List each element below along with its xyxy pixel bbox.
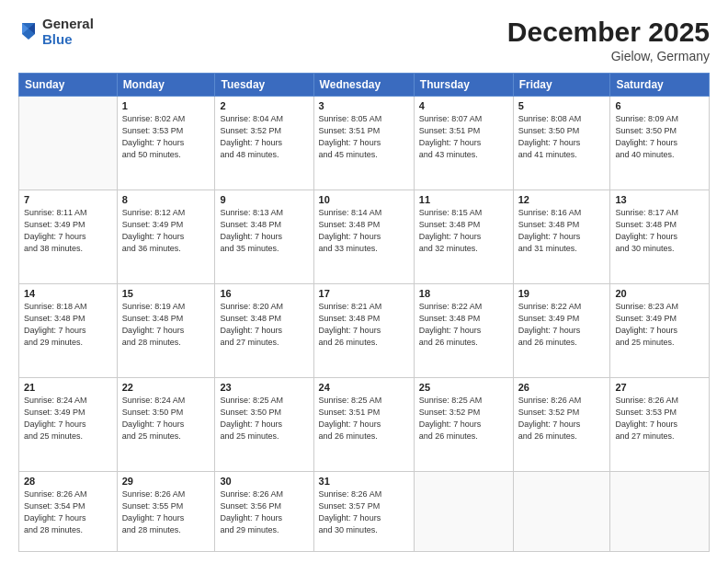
day-info: Sunrise: 8:05 AM Sunset: 3:51 PM Dayligh… <box>319 113 409 161</box>
day-cell: 29Sunrise: 8:26 AM Sunset: 3:55 PM Dayli… <box>117 471 215 551</box>
day-number: 23 <box>220 382 308 393</box>
day-number: 20 <box>615 288 704 299</box>
day-cell: 21Sunrise: 8:24 AM Sunset: 3:49 PM Dayli… <box>19 377 118 471</box>
header: General Blue December 2025 Gielow, Germa… <box>18 17 710 63</box>
day-cell: 19Sunrise: 8:22 AM Sunset: 3:49 PM Dayli… <box>513 283 610 377</box>
day-number: 15 <box>122 288 210 299</box>
col-header-thursday: Thursday <box>414 74 513 97</box>
day-info: Sunrise: 8:13 AM Sunset: 3:48 PM Dayligh… <box>220 207 308 255</box>
day-cell: 11Sunrise: 8:15 AM Sunset: 3:48 PM Dayli… <box>414 190 513 283</box>
day-number: 14 <box>24 288 112 299</box>
title-block: December 2025 Gielow, Germany <box>507 17 710 63</box>
day-cell: 27Sunrise: 8:26 AM Sunset: 3:53 PM Dayli… <box>610 377 710 471</box>
day-number: 18 <box>419 288 508 299</box>
day-number: 8 <box>122 194 210 205</box>
day-info: Sunrise: 8:12 AM Sunset: 3:49 PM Dayligh… <box>122 207 210 255</box>
logo-general-text: General <box>42 17 94 32</box>
day-number: 19 <box>518 288 606 299</box>
day-info: Sunrise: 8:14 AM Sunset: 3:48 PM Dayligh… <box>319 207 409 255</box>
day-cell: 26Sunrise: 8:26 AM Sunset: 3:52 PM Dayli… <box>513 377 610 471</box>
logo: General Blue <box>18 17 94 47</box>
day-info: Sunrise: 8:15 AM Sunset: 3:48 PM Dayligh… <box>419 207 508 255</box>
col-header-sunday: Sunday <box>19 74 118 97</box>
day-number: 13 <box>615 194 704 205</box>
day-info: Sunrise: 8:22 AM Sunset: 3:49 PM Dayligh… <box>518 301 606 349</box>
day-info: Sunrise: 8:02 AM Sunset: 3:53 PM Dayligh… <box>122 113 210 161</box>
day-cell: 24Sunrise: 8:25 AM Sunset: 3:51 PM Dayli… <box>313 377 414 471</box>
day-number: 12 <box>518 194 606 205</box>
day-info: Sunrise: 8:25 AM Sunset: 3:50 PM Dayligh… <box>220 395 308 442</box>
day-number: 6 <box>615 100 704 111</box>
day-number: 1 <box>122 100 210 111</box>
week-row-2: 7Sunrise: 8:11 AM Sunset: 3:49 PM Daylig… <box>19 190 710 283</box>
day-cell: 9Sunrise: 8:13 AM Sunset: 3:48 PM Daylig… <box>215 190 313 283</box>
logo-blue-text: Blue <box>42 32 94 48</box>
day-cell: 31Sunrise: 8:26 AM Sunset: 3:57 PM Dayli… <box>313 471 414 551</box>
col-header-saturday: Saturday <box>610 74 710 97</box>
day-cell: 14Sunrise: 8:18 AM Sunset: 3:48 PM Dayli… <box>19 283 118 377</box>
day-number: 2 <box>220 100 308 111</box>
day-cell: 8Sunrise: 8:12 AM Sunset: 3:49 PM Daylig… <box>117 190 215 283</box>
day-info: Sunrise: 8:11 AM Sunset: 3:49 PM Dayligh… <box>24 207 112 255</box>
day-info: Sunrise: 8:26 AM Sunset: 3:55 PM Dayligh… <box>122 488 210 536</box>
day-number: 31 <box>319 476 409 487</box>
col-header-wednesday: Wednesday <box>313 74 414 97</box>
day-info: Sunrise: 8:19 AM Sunset: 3:48 PM Dayligh… <box>122 301 210 349</box>
day-cell: 17Sunrise: 8:21 AM Sunset: 3:48 PM Dayli… <box>313 283 414 377</box>
day-cell: 6Sunrise: 8:09 AM Sunset: 3:50 PM Daylig… <box>610 97 710 190</box>
day-cell: 16Sunrise: 8:20 AM Sunset: 3:48 PM Dayli… <box>215 283 313 377</box>
header-row: SundayMondayTuesdayWednesdayThursdayFrid… <box>19 74 710 97</box>
day-number: 11 <box>419 194 508 205</box>
calendar-body: 1Sunrise: 8:02 AM Sunset: 3:53 PM Daylig… <box>19 97 710 552</box>
day-cell: 3Sunrise: 8:05 AM Sunset: 3:51 PM Daylig… <box>313 97 414 190</box>
day-number: 17 <box>319 288 409 299</box>
day-info: Sunrise: 8:18 AM Sunset: 3:48 PM Dayligh… <box>24 301 112 349</box>
day-cell: 10Sunrise: 8:14 AM Sunset: 3:48 PM Dayli… <box>313 190 414 283</box>
day-info: Sunrise: 8:24 AM Sunset: 3:49 PM Dayligh… <box>24 395 112 442</box>
day-info: Sunrise: 8:09 AM Sunset: 3:50 PM Dayligh… <box>615 113 704 161</box>
day-cell: 20Sunrise: 8:23 AM Sunset: 3:49 PM Dayli… <box>610 283 710 377</box>
day-number: 30 <box>220 476 308 487</box>
day-number: 10 <box>319 194 409 205</box>
day-info: Sunrise: 8:04 AM Sunset: 3:52 PM Dayligh… <box>220 113 308 161</box>
day-number: 25 <box>419 382 508 393</box>
day-cell: 22Sunrise: 8:24 AM Sunset: 3:50 PM Dayli… <box>117 377 215 471</box>
main-title: December 2025 <box>507 17 710 47</box>
day-cell: 25Sunrise: 8:25 AM Sunset: 3:52 PM Dayli… <box>414 377 513 471</box>
day-number: 5 <box>518 100 606 111</box>
day-cell: 7Sunrise: 8:11 AM Sunset: 3:49 PM Daylig… <box>19 190 118 283</box>
day-number: 26 <box>518 382 606 393</box>
day-info: Sunrise: 8:21 AM Sunset: 3:48 PM Dayligh… <box>319 301 409 349</box>
logo-icon <box>18 19 39 45</box>
logo-text: General Blue <box>42 17 94 47</box>
day-cell: 28Sunrise: 8:26 AM Sunset: 3:54 PM Dayli… <box>19 471 118 551</box>
day-info: Sunrise: 8:24 AM Sunset: 3:50 PM Dayligh… <box>122 395 210 442</box>
day-info: Sunrise: 8:26 AM Sunset: 3:54 PM Dayligh… <box>24 488 112 536</box>
day-info: Sunrise: 8:26 AM Sunset: 3:52 PM Dayligh… <box>518 395 606 442</box>
col-header-friday: Friday <box>513 74 610 97</box>
day-cell: 30Sunrise: 8:26 AM Sunset: 3:56 PM Dayli… <box>215 471 313 551</box>
col-header-monday: Monday <box>117 74 215 97</box>
day-number: 21 <box>24 382 112 393</box>
day-cell: 18Sunrise: 8:22 AM Sunset: 3:48 PM Dayli… <box>414 283 513 377</box>
day-cell <box>19 97 118 190</box>
week-row-1: 1Sunrise: 8:02 AM Sunset: 3:53 PM Daylig… <box>19 97 710 190</box>
day-number: 22 <box>122 382 210 393</box>
calendar-header: SundayMondayTuesdayWednesdayThursdayFrid… <box>19 74 710 97</box>
day-info: Sunrise: 8:25 AM Sunset: 3:52 PM Dayligh… <box>419 395 508 442</box>
day-number: 9 <box>220 194 308 205</box>
day-cell: 4Sunrise: 8:07 AM Sunset: 3:51 PM Daylig… <box>414 97 513 190</box>
day-info: Sunrise: 8:26 AM Sunset: 3:56 PM Dayligh… <box>220 488 308 536</box>
day-info: Sunrise: 8:07 AM Sunset: 3:51 PM Dayligh… <box>419 113 508 161</box>
day-info: Sunrise: 8:26 AM Sunset: 3:53 PM Dayligh… <box>615 395 704 442</box>
day-cell: 12Sunrise: 8:16 AM Sunset: 3:48 PM Dayli… <box>513 190 610 283</box>
day-cell <box>513 471 610 551</box>
day-info: Sunrise: 8:20 AM Sunset: 3:48 PM Dayligh… <box>220 301 308 349</box>
page: General Blue December 2025 Gielow, Germa… <box>0 0 728 563</box>
day-number: 29 <box>122 476 210 487</box>
day-cell: 23Sunrise: 8:25 AM Sunset: 3:50 PM Dayli… <box>215 377 313 471</box>
week-row-5: 28Sunrise: 8:26 AM Sunset: 3:54 PM Dayli… <box>19 471 710 551</box>
week-row-4: 21Sunrise: 8:24 AM Sunset: 3:49 PM Dayli… <box>19 377 710 471</box>
subtitle: Gielow, Germany <box>507 49 710 63</box>
day-info: Sunrise: 8:23 AM Sunset: 3:49 PM Dayligh… <box>615 301 704 349</box>
